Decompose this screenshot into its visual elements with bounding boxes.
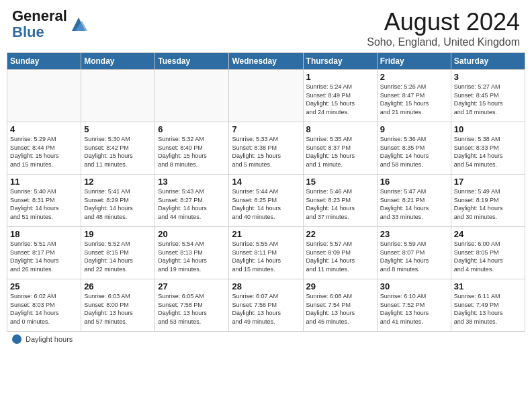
calendar-cell: 11Sunrise: 5:40 AM Sunset: 8:31 PM Dayli… <box>7 175 81 227</box>
calendar-cell <box>229 70 303 122</box>
day-number: 19 <box>84 229 152 239</box>
calendar-cell: 24Sunrise: 6:00 AM Sunset: 8:05 PM Dayli… <box>451 227 525 279</box>
day-info: Sunrise: 5:47 AM Sunset: 8:21 PM Dayligh… <box>380 187 448 221</box>
calendar-cell: 13Sunrise: 5:43 AM Sunset: 8:27 PM Dayli… <box>155 175 229 227</box>
day-info: Sunrise: 5:40 AM Sunset: 8:31 PM Dayligh… <box>10 187 78 221</box>
day-number: 7 <box>232 124 300 134</box>
calendar-header-tuesday: Tuesday <box>155 53 229 70</box>
day-info: Sunrise: 6:03 AM Sunset: 8:00 PM Dayligh… <box>84 292 152 326</box>
calendar-cell: 5Sunrise: 5:30 AM Sunset: 8:42 PM Daylig… <box>81 122 155 175</box>
day-info: Sunrise: 5:55 AM Sunset: 8:11 PM Dayligh… <box>232 240 300 273</box>
calendar-cell: 19Sunrise: 5:52 AM Sunset: 8:15 PM Dayli… <box>81 227 155 279</box>
calendar-wrapper: SundayMondayTuesdayWednesdayThursdayFrid… <box>0 52 532 332</box>
day-info: Sunrise: 5:26 AM Sunset: 8:47 PM Dayligh… <box>380 83 448 116</box>
calendar-cell: 10Sunrise: 5:38 AM Sunset: 8:33 PM Dayli… <box>451 122 525 175</box>
day-number: 3 <box>454 72 522 82</box>
calendar-header-monday: Monday <box>81 53 155 70</box>
calendar-cell: 7Sunrise: 5:33 AM Sunset: 8:38 PM Daylig… <box>229 122 303 175</box>
calendar-cell: 17Sunrise: 5:49 AM Sunset: 8:19 PM Dayli… <box>451 175 525 227</box>
day-number: 21 <box>232 229 300 239</box>
calendar-header-row: SundayMondayTuesdayWednesdayThursdayFrid… <box>7 53 525 70</box>
calendar-cell: 18Sunrise: 5:51 AM Sunset: 8:17 PM Dayli… <box>7 227 81 279</box>
day-info: Sunrise: 5:51 AM Sunset: 8:17 PM Dayligh… <box>10 240 78 273</box>
calendar-header-saturday: Saturday <box>451 53 525 70</box>
header: General Blue August 2024 Soho, England, … <box>0 0 532 52</box>
day-info: Sunrise: 6:10 AM Sunset: 7:52 PM Dayligh… <box>380 292 448 326</box>
calendar-header-thursday: Thursday <box>303 53 377 70</box>
day-number: 10 <box>454 124 522 134</box>
calendar-week-3: 18Sunrise: 5:51 AM Sunset: 8:17 PM Dayli… <box>7 227 525 279</box>
calendar-cell: 16Sunrise: 5:47 AM Sunset: 8:21 PM Dayli… <box>377 175 451 227</box>
calendar-cell: 30Sunrise: 6:10 AM Sunset: 7:52 PM Dayli… <box>377 279 451 332</box>
day-number: 26 <box>84 281 152 291</box>
day-number: 22 <box>306 229 374 239</box>
day-info: Sunrise: 5:32 AM Sunset: 8:40 PM Dayligh… <box>158 135 226 169</box>
calendar-cell: 12Sunrise: 5:41 AM Sunset: 8:29 PM Dayli… <box>81 175 155 227</box>
day-info: Sunrise: 5:43 AM Sunset: 8:27 PM Dayligh… <box>158 187 226 221</box>
day-number: 16 <box>380 177 448 187</box>
day-info: Sunrise: 5:54 AM Sunset: 8:13 PM Dayligh… <box>158 240 226 273</box>
logo-general: General <box>12 7 67 24</box>
day-info: Sunrise: 6:00 AM Sunset: 8:05 PM Dayligh… <box>454 240 522 273</box>
day-info: Sunrise: 5:57 AM Sunset: 8:09 PM Dayligh… <box>306 240 374 273</box>
day-info: Sunrise: 5:44 AM Sunset: 8:25 PM Dayligh… <box>232 187 300 221</box>
calendar-cell: 15Sunrise: 5:46 AM Sunset: 8:23 PM Dayli… <box>303 175 377 227</box>
day-info: Sunrise: 6:08 AM Sunset: 7:54 PM Dayligh… <box>306 292 374 326</box>
logo-text: General Blue <box>12 8 67 40</box>
day-number: 18 <box>10 229 78 239</box>
title-section: August 2024 Soho, England, United Kingdo… <box>367 8 520 48</box>
day-number: 14 <box>232 177 300 187</box>
day-number: 12 <box>84 177 152 187</box>
day-info: Sunrise: 5:49 AM Sunset: 8:19 PM Dayligh… <box>454 187 522 221</box>
calendar-cell: 3Sunrise: 5:27 AM Sunset: 8:45 PM Daylig… <box>451 70 525 122</box>
calendar-header-wednesday: Wednesday <box>229 53 303 70</box>
day-info: Sunrise: 5:36 AM Sunset: 8:35 PM Dayligh… <box>380 135 448 169</box>
calendar-table: SundayMondayTuesdayWednesdayThursdayFrid… <box>7 52 525 332</box>
logo: General Blue <box>12 8 89 40</box>
calendar-cell: 25Sunrise: 6:02 AM Sunset: 8:03 PM Dayli… <box>7 279 81 332</box>
calendar-cell: 29Sunrise: 6:08 AM Sunset: 7:54 PM Dayli… <box>303 279 377 332</box>
day-info: Sunrise: 6:05 AM Sunset: 7:58 PM Dayligh… <box>158 292 226 326</box>
day-number: 28 <box>232 281 300 291</box>
day-info: Sunrise: 6:11 AM Sunset: 7:49 PM Dayligh… <box>454 292 522 326</box>
calendar-cell: 22Sunrise: 5:57 AM Sunset: 8:09 PM Dayli… <box>303 227 377 279</box>
day-info: Sunrise: 5:46 AM Sunset: 8:23 PM Dayligh… <box>306 187 374 221</box>
day-info: Sunrise: 5:33 AM Sunset: 8:38 PM Dayligh… <box>232 135 300 169</box>
day-number: 2 <box>380 72 448 82</box>
calendar-week-4: 25Sunrise: 6:02 AM Sunset: 8:03 PM Dayli… <box>7 279 525 332</box>
day-number: 23 <box>380 229 448 239</box>
calendar-cell: 28Sunrise: 6:07 AM Sunset: 7:56 PM Dayli… <box>229 279 303 332</box>
day-info: Sunrise: 5:30 AM Sunset: 8:42 PM Dayligh… <box>84 135 152 169</box>
day-number: 20 <box>158 229 226 239</box>
calendar-cell: 6Sunrise: 5:32 AM Sunset: 8:40 PM Daylig… <box>155 122 229 175</box>
calendar-header-friday: Friday <box>377 53 451 70</box>
calendar-cell: 8Sunrise: 5:35 AM Sunset: 8:37 PM Daylig… <box>303 122 377 175</box>
day-number: 5 <box>84 124 152 134</box>
day-number: 13 <box>158 177 226 187</box>
calendar-cell <box>155 70 229 122</box>
calendar-cell: 21Sunrise: 5:55 AM Sunset: 8:11 PM Dayli… <box>229 227 303 279</box>
day-number: 6 <box>158 124 226 134</box>
calendar-cell: 26Sunrise: 6:03 AM Sunset: 8:00 PM Dayli… <box>81 279 155 332</box>
day-info: Sunrise: 5:35 AM Sunset: 8:37 PM Dayligh… <box>306 135 374 169</box>
day-number: 4 <box>10 124 78 134</box>
calendar-cell: 4Sunrise: 5:29 AM Sunset: 8:44 PM Daylig… <box>7 122 81 175</box>
day-number: 1 <box>306 72 374 82</box>
day-number: 27 <box>158 281 226 291</box>
calendar-cell: 23Sunrise: 5:59 AM Sunset: 8:07 PM Dayli… <box>377 227 451 279</box>
calendar-header-sunday: Sunday <box>7 53 81 70</box>
day-info: Sunrise: 6:02 AM Sunset: 8:03 PM Dayligh… <box>10 292 78 326</box>
day-number: 24 <box>454 229 522 239</box>
day-info: Sunrise: 6:07 AM Sunset: 7:56 PM Dayligh… <box>232 292 300 326</box>
day-number: 11 <box>10 177 78 187</box>
day-number: 17 <box>454 177 522 187</box>
main-title: August 2024 <box>367 8 520 36</box>
calendar-cell <box>7 70 81 122</box>
footer-label: Daylight hours <box>26 335 73 343</box>
calendar-cell: 2Sunrise: 5:26 AM Sunset: 8:47 PM Daylig… <box>377 70 451 122</box>
day-number: 31 <box>454 281 522 291</box>
day-info: Sunrise: 5:27 AM Sunset: 8:45 PM Dayligh… <box>454 83 522 116</box>
day-number: 9 <box>380 124 448 134</box>
day-info: Sunrise: 5:59 AM Sunset: 8:07 PM Dayligh… <box>380 240 448 273</box>
calendar-week-2: 11Sunrise: 5:40 AM Sunset: 8:31 PM Dayli… <box>7 175 525 227</box>
